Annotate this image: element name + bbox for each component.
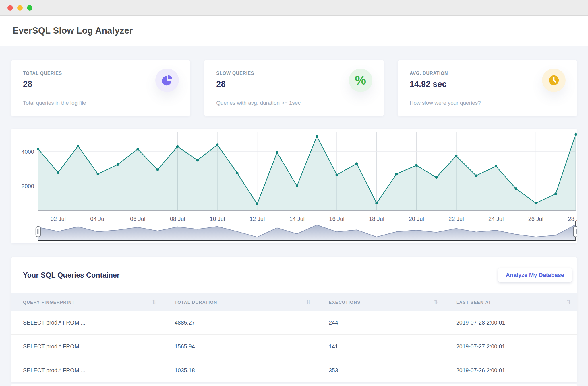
zoom-window-icon[interactable] [27,5,32,11]
svg-text:2000: 2000 [22,183,34,189]
svg-text:20 Jul: 20 Jul [409,216,424,222]
queries-per-day-chart-card: 2000400002 Jul04 Jul06 Jul08 Jul10 Jul12… [11,129,577,243]
column-header-executions[interactable]: EXECUTIONS ⇅ [329,299,456,305]
column-header-last-seen-at[interactable]: LAST SEEN AT ⇅ [456,299,571,305]
svg-text:14 Jul: 14 Jul [289,216,305,222]
last-seen-at-cell: 2019-07-28 2:00:01 [456,319,571,326]
svg-text:08 Jul: 08 Jul [170,216,185,222]
sort-icon[interactable]: ⇅ [306,299,311,305]
sort-icon[interactable]: ⇅ [434,299,438,305]
stat-card-slow-queries: SLOW QUERIES 28 Queries with avg. durati… [204,60,384,116]
column-header-total-duration[interactable]: TOTAL DURATION ⇅ [175,299,329,305]
svg-text:12 Jul: 12 Jul [249,216,265,222]
sql-queries-container-card: Your SQL Queries Container Analyze My Da… [11,257,577,382]
svg-text:16 Jul: 16 Jul [329,216,344,222]
table-row[interactable]: SELECT prod.* FROM ...4885.272442019-07-… [11,311,577,335]
svg-text:04 Jul: 04 Jul [90,216,105,222]
total-duration-cell: 4885.27 [175,319,329,326]
clock-icon [542,69,566,92]
query-fingerprint-cell: SELECT prod.* FROM ... [23,367,175,374]
stats-row: TOTAL QUERIES 28 Total queries in the lo… [11,60,577,116]
stat-description: Total queries in the log file [23,100,190,106]
svg-text:22 Jul: 22 Jul [448,216,464,222]
sort-icon[interactable]: ⇅ [152,299,157,305]
total-duration-cell: 1565.94 [175,343,329,350]
table-header-row: QUERY FINGERPRINT ⇅ TOTAL DURATION ⇅ EXE… [11,293,577,311]
percent-icon: % [349,69,372,92]
minimize-window-icon[interactable] [17,5,23,11]
svg-text:28 Jul: 28 Jul [568,216,577,222]
executions-cell: 141 [329,343,456,350]
svg-text:06 Jul: 06 Jul [130,216,145,222]
total-duration-cell: 1035.18 [175,367,329,374]
executions-cell: 353 [329,367,456,374]
page-title: EverSQL Slow Log Analyzer [13,26,133,36]
stat-card-total-queries: TOTAL QUERIES 28 Total queries in the lo… [11,60,190,116]
table-row[interactable]: SELECT prod.* FROM ...1035.183532019-07-… [11,358,577,382]
pie-chart-icon [155,69,179,92]
svg-text:26 Jul: 26 Jul [528,216,543,222]
table-row[interactable]: SELECT prod.* FROM ...1565.941412019-07-… [11,335,577,358]
table-title: Your SQL Queries Container [23,271,120,279]
query-fingerprint-cell: SELECT prod.* FROM ... [23,319,175,326]
query-fingerprint-cell: SELECT prod.* FROM ... [23,343,175,350]
stat-description: Queries with avg. duration >= 1sec [216,100,384,106]
svg-text:02 Jul: 02 Jul [51,216,66,222]
column-header-query-fingerprint[interactable]: QUERY FINGERPRINT ⇅ [23,299,175,305]
stat-card-avg-duration: AVG. DURATION 14.92 sec How slow were yo… [398,60,577,116]
svg-text:4000: 4000 [22,149,34,155]
last-seen-at-cell: 2019-07-27 2:00:01 [456,343,571,350]
window-titlebar [0,0,588,16]
svg-text:18 Jul: 18 Jul [369,216,384,222]
svg-text:10 Jul: 10 Jul [210,216,225,222]
executions-cell: 244 [329,319,456,326]
sort-icon[interactable]: ⇅ [567,299,571,305]
slow-queries-area-chart[interactable]: 2000400002 Jul04 Jul06 Jul08 Jul10 Jul12… [11,129,577,243]
next-card-sliver [11,384,577,386]
analyze-my-database-button[interactable]: Analyze My Database [498,268,572,282]
app-header: EverSQL Slow Log Analyzer [0,16,588,46]
close-window-icon[interactable] [7,5,13,11]
stat-description: How slow were your queries? [410,100,577,106]
svg-text:24 Jul: 24 Jul [488,216,504,222]
table-body: SELECT prod.* FROM ...4885.272442019-07-… [11,311,577,382]
last-seen-at-cell: 2019-07-26 2:00:01 [456,367,571,374]
